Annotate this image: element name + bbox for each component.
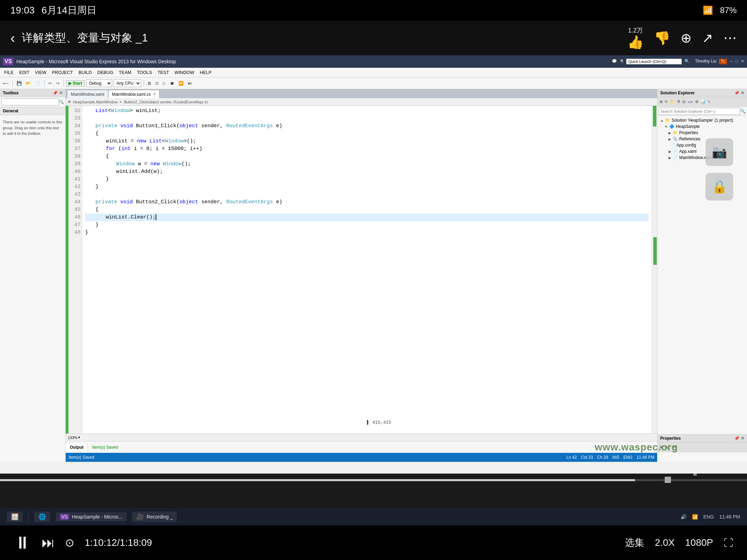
progress-bar-track[interactable]: ⏸: [0, 479, 747, 481]
sol-btn-collapse[interactable]: ⊟: [682, 99, 686, 105]
watermark: www.waspec.org: [595, 442, 678, 453]
select-collection-button[interactable]: 选集: [625, 536, 644, 549]
toolbox-search-icon[interactable]: 🔍: [59, 100, 64, 104]
solution-search-input[interactable]: [659, 108, 740, 115]
sol-btn-props[interactable]: ⊞: [659, 99, 663, 105]
tree-arrow-solution: ▲: [660, 119, 664, 122]
solution-search: 🔍: [657, 107, 747, 116]
sol-btn-code[interactable]: </>: [687, 99, 694, 105]
search-icon[interactable]: 🔍: [684, 59, 690, 64]
tab-close-icon[interactable]: ✕: [153, 92, 156, 96]
chat-icon[interactable]: 💬: [612, 59, 617, 64]
menu-tools[interactable]: TOOLS: [134, 69, 155, 76]
toolbar-btn-extra3[interactable]: ▷: [162, 80, 167, 86]
tree-properties[interactable]: ▶ 📁 Properties: [659, 130, 746, 136]
thumbs-up-button[interactable]: 👍: [627, 35, 644, 50]
toolbar-btn-extra1[interactable]: ⊠: [146, 80, 153, 86]
code-editor[interactable]: List<Window> winList; private void Butto…: [82, 106, 652, 433]
toolbar-btn-save[interactable]: 💾: [15, 80, 23, 86]
solution-search-icon[interactable]: 🔍: [740, 109, 746, 114]
toolbar-btn-extra2[interactable]: ⊡: [154, 80, 160, 86]
tree-solution[interactable]: ▲ 📁 Solution 'HeapSample' (1 project): [659, 117, 746, 123]
cpu-dropdown[interactable]: Any CPU x86 x64: [113, 80, 141, 87]
caption-button[interactable]: ⊙: [65, 536, 74, 549]
next-button[interactable]: ⏭: [42, 535, 55, 550]
quality-button[interactable]: 1080P: [685, 537, 713, 548]
menu-team[interactable]: TEAM: [116, 69, 134, 76]
screenshot-button[interactable]: 📷: [706, 138, 733, 166]
upload-button[interactable]: ⊕: [681, 30, 692, 46]
toolbar-btn-new[interactable]: 📄: [34, 80, 42, 86]
thumbs-down-button[interactable]: 👎: [654, 30, 670, 46]
tab-mainwindow-xaml-cs[interactable]: MainWindow.xaml.cs ✕: [108, 90, 159, 98]
code-line-14: {: [85, 206, 649, 214]
toolbar-btn-open[interactable]: 📂: [25, 80, 33, 86]
properties-close-icon[interactable]: ✕: [741, 436, 744, 441]
fullscreen-button[interactable]: ⛶: [723, 537, 733, 549]
code-line-16: }: [85, 221, 649, 229]
quick-launch-input[interactable]: Quick Launch (Ctrl+Q): [626, 59, 682, 64]
maximize-button[interactable]: □: [736, 59, 738, 64]
tree-heapsample[interactable]: ▼ 🔷 HeapSample: [659, 123, 746, 130]
sol-btn-settings[interactable]: ⚙: [694, 99, 699, 105]
menu-build[interactable]: BUILD: [76, 69, 94, 76]
toolbox-close-icon[interactable]: ✕: [59, 91, 63, 95]
close-button[interactable]: ✕: [741, 59, 744, 64]
pause-button[interactable]: ⏸: [14, 533, 31, 553]
toolbar-btn-extra4[interactable]: ⏹: [169, 80, 176, 86]
menu-debug[interactable]: DEBUG: [94, 69, 116, 76]
taskbar-vs[interactable]: VS HeapSample - Micros...: [56, 512, 127, 521]
menu-test[interactable]: TEST: [155, 69, 172, 76]
menu-project[interactable]: PROJECT: [49, 69, 76, 76]
tree-arrow-mainwindow: ▶: [668, 156, 671, 160]
toolbox-pin-icon[interactable]: 📌: [53, 91, 58, 95]
taskbar-browser[interactable]: 🌐: [34, 512, 50, 522]
mobile-status-bar: 19:03 6月14日周日 📶 87%: [0, 0, 747, 21]
toolbox-search[interactable]: 🔍: [0, 97, 65, 107]
progress-bar-fill: [0, 479, 635, 481]
like-count-number: 1.2万: [628, 26, 643, 35]
lock-button[interactable]: 🔒: [706, 173, 733, 200]
solution-close-icon[interactable]: ✕: [741, 91, 744, 95]
toolbar-btn-back[interactable]: ⟵: [1, 80, 10, 86]
status-ins: INS: [612, 455, 619, 460]
debug-dropdown[interactable]: Debug Release: [86, 80, 112, 87]
sol-btn-filter[interactable]: ⚗: [676, 99, 681, 105]
taskbar-recording[interactable]: 🎥 Recording _: [132, 512, 177, 522]
menu-file[interactable]: FILE: [1, 69, 16, 76]
output-tab[interactable]: Output: [66, 444, 88, 451]
menu-window[interactable]: WINDOW: [172, 69, 197, 76]
taskbar-volume-icon[interactable]: 🔊: [681, 514, 686, 520]
toolbar-btn-extra6[interactable]: ⏭: [186, 80, 193, 86]
speed-button[interactable]: 2.0X: [655, 537, 675, 548]
code-line-17: }: [85, 229, 649, 236]
minimize-button[interactable]: ─: [730, 59, 733, 64]
toolbar-btn-undo[interactable]: ↩: [47, 80, 53, 86]
sol-btn-refresh[interactable]: ↻: [664, 99, 668, 105]
taskbar-start[interactable]: 🪟: [7, 512, 23, 522]
sol-btn-expand[interactable]: ⤡: [707, 99, 711, 105]
toolbox-empty-text: There are no usable controls in this gro…: [0, 115, 65, 141]
taskbar-sep-1: [28, 512, 29, 522]
sol-btn-files[interactable]: 📁: [669, 99, 675, 105]
tab-mainwindow-xaml[interactable]: MainWindow.xaml: [67, 90, 108, 98]
toolbar-sep-1: [12, 80, 13, 87]
start-button[interactable]: ▶ Start: [66, 80, 85, 86]
toolbar-btn-redo[interactable]: ↪: [55, 80, 61, 86]
share-button[interactable]: ↗: [702, 30, 713, 46]
solution-tree: ▲ 📁 Solution 'HeapSample' (1 project) ▼ …: [657, 116, 747, 434]
menu-edit[interactable]: EDIT: [16, 69, 32, 76]
taskbar-network-icon[interactable]: 📶: [692, 514, 698, 520]
toolbox-search-input[interactable]: [1, 99, 59, 105]
more-button[interactable]: ⋯: [723, 30, 737, 46]
menu-help[interactable]: HELP: [197, 69, 214, 76]
properties-pin-icon[interactable]: 📌: [734, 436, 739, 441]
filter-icon[interactable]: ⚗: [620, 59, 624, 64]
toolbar-btn-extra5[interactable]: ⏩: [177, 80, 185, 86]
zoom-dropdown-icon[interactable]: ▾: [78, 435, 80, 440]
menu-view[interactable]: VIEW: [32, 69, 49, 76]
right-scrollbar[interactable]: [652, 106, 657, 433]
solution-pin-icon[interactable]: 📌: [734, 91, 739, 95]
sol-btn-graph[interactable]: 📊: [700, 99, 706, 105]
back-button[interactable]: ‹: [10, 30, 15, 46]
